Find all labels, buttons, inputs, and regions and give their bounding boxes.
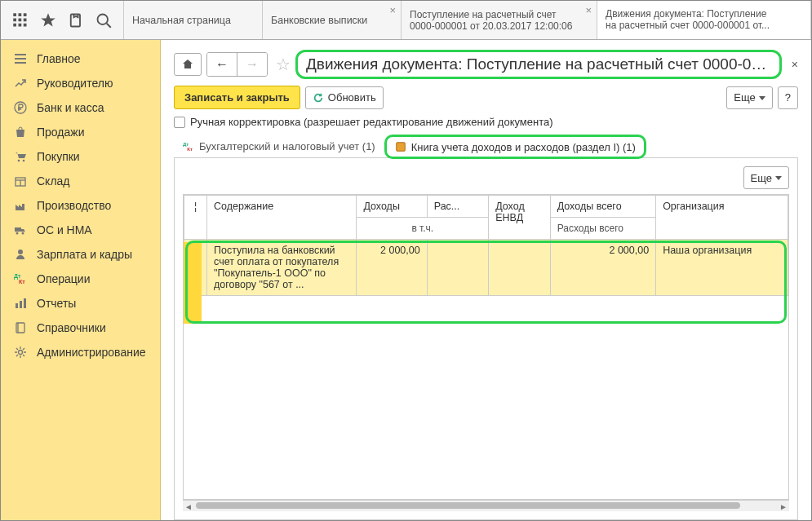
svg-rect-8: [24, 23, 27, 26]
sidebar-item-assets[interactable]: ОС и НМА: [1, 218, 160, 242]
panel-more-button[interactable]: Еще: [743, 166, 789, 189]
svg-rect-7: [19, 23, 22, 26]
cell-envd: [489, 240, 551, 296]
svg-point-23: [16, 232, 19, 235]
save-and-close-button[interactable]: Записать и закрыть: [174, 86, 300, 109]
svg-rect-22: [15, 227, 21, 232]
close-icon[interactable]: ×: [585, 4, 592, 16]
svg-marker-34: [759, 96, 765, 100]
person-icon: [14, 248, 27, 261]
subtab-accounting[interactable]: ДтКт Бухгалтерский и налоговый учет (1): [174, 135, 384, 157]
horizontal-scrollbar[interactable]: ◄ ►: [183, 500, 789, 511]
scrollbar-thumb[interactable]: [196, 502, 740, 509]
th-content[interactable]: Содержание: [207, 196, 357, 240]
help-button[interactable]: ?: [778, 86, 798, 109]
svg-rect-29: [20, 301, 22, 308]
cell-income: 2 000,00: [357, 240, 427, 296]
svg-text:Кт: Кт: [19, 279, 25, 285]
top-icon-bar: [1, 1, 124, 39]
table-row[interactable]: Поступила на банковский счет оплата от п…: [184, 240, 788, 296]
sidebar-item-sales[interactable]: Продажи: [1, 120, 160, 144]
svg-marker-38: [775, 176, 782, 180]
dtkt-icon: ДтКт: [183, 141, 194, 152]
refresh-button[interactable]: Обновить: [305, 86, 384, 109]
scroll-right-icon[interactable]: ►: [778, 501, 789, 512]
home-button[interactable]: [174, 53, 202, 76]
cell-org: Наша организация: [656, 240, 788, 296]
truck-icon: [14, 223, 27, 236]
svg-rect-5: [24, 18, 27, 21]
sidebar-item-purchases[interactable]: Покупки: [1, 144, 160, 169]
apps-icon[interactable]: [12, 12, 29, 29]
chart-up-icon: [14, 77, 27, 90]
history-icon[interactable]: [68, 12, 84, 29]
search-icon[interactable]: [95, 12, 112, 29]
th-org[interactable]: Организация: [656, 196, 788, 240]
sidebar: Главное Руководителю Банк и касса Продаж…: [1, 40, 161, 520]
sidebar-item-production[interactable]: Производство: [1, 193, 160, 218]
cart-icon: [14, 150, 27, 163]
tab-bank-statements[interactable]: Банковские выписки ×: [263, 1, 402, 39]
scroll-left-icon[interactable]: ◄: [183, 501, 194, 512]
tab-receipt[interactable]: Поступление на расчетный счет 0000-00000…: [402, 1, 597, 39]
svg-rect-1: [19, 13, 22, 16]
bag-icon: [14, 126, 27, 139]
more-button[interactable]: Еще: [726, 86, 772, 109]
close-icon[interactable]: ×: [389, 4, 396, 16]
gear-icon: [14, 346, 27, 359]
star-icon[interactable]: [40, 12, 56, 29]
close-icon[interactable]: ×: [792, 58, 798, 71]
checkbox-icon[interactable]: [174, 117, 185, 128]
cell-income-total: 2 000,00: [550, 240, 655, 296]
svg-point-25: [18, 249, 23, 254]
sidebar-item-reports[interactable]: Отчеты: [1, 291, 160, 316]
sidebar-item-salary[interactable]: Зарплата и кадры: [1, 242, 160, 267]
th-income[interactable]: Доходы: [357, 196, 427, 218]
svg-rect-2: [24, 13, 27, 16]
th-marker[interactable]: ¦: [184, 196, 207, 240]
manual-edit-row[interactable]: Ручная корректировка (разрешает редактир…: [174, 116, 798, 128]
svg-rect-6: [13, 23, 16, 26]
svg-point-33: [19, 351, 23, 355]
tab-start-page[interactable]: Начальная страница: [124, 1, 263, 39]
svg-rect-3: [13, 18, 16, 21]
sidebar-item-admin[interactable]: Администрирование: [1, 340, 160, 364]
factory-icon: [14, 199, 27, 212]
sidebar-item-main[interactable]: Главное: [1, 46, 160, 71]
th-envd[interactable]: Доход ЕНВД: [489, 196, 551, 240]
back-button[interactable]: ←: [207, 53, 237, 76]
document-title: Движения документа: Поступление на расче…: [295, 50, 782, 79]
subtabs: ДтКт Бухгалтерский и налоговый учет (1) …: [174, 135, 798, 158]
menu-icon: [14, 52, 27, 65]
sidebar-item-manager[interactable]: Руководителю: [1, 71, 160, 95]
sidebar-item-operations[interactable]: ДтКт Операции: [1, 267, 160, 291]
svg-point-24: [22, 232, 24, 235]
subtab-income-book[interactable]: Книга учета доходов и расходов (раздел I…: [384, 135, 646, 159]
th-income-total[interactable]: Доходы всего: [550, 196, 655, 218]
cell-expense: [427, 240, 489, 296]
sidebar-item-bank[interactable]: Банк и касса: [1, 95, 160, 120]
ruble-icon: [14, 101, 27, 114]
top-tabs: Начальная страница Банковские выписки × …: [1, 1, 811, 40]
sidebar-item-directories[interactable]: Справочники: [1, 316, 160, 340]
th-expense[interactable]: Рас...: [427, 196, 489, 218]
svg-rect-28: [16, 303, 18, 308]
svg-point-11: [98, 14, 109, 24]
svg-line-12: [107, 23, 111, 27]
manual-edit-label: Ручная корректировка (разрешает редактир…: [190, 116, 553, 128]
forward-button[interactable]: →: [237, 53, 267, 76]
content-area: ← → ☆ Движения документа: Поступление на…: [161, 40, 811, 520]
th-expense-total[interactable]: Расходы всего: [550, 218, 655, 240]
table: ¦ Содержание Доходы Рас... Доход ЕНВД До…: [183, 194, 789, 500]
sidebar-item-warehouse[interactable]: Склад: [1, 169, 160, 193]
cell-content: Поступила на банковский счет оплата от п…: [207, 240, 357, 296]
panel: Еще ¦ Содержание Доходы: [174, 158, 798, 520]
svg-rect-0: [13, 13, 16, 16]
svg-point-17: [18, 160, 20, 162]
book-icon: [395, 141, 406, 152]
favorite-star-icon[interactable]: ☆: [276, 55, 291, 74]
th-subtotal[interactable]: в т.ч.: [357, 218, 489, 240]
svg-text:Кт: Кт: [187, 146, 193, 152]
tab-document-movements[interactable]: Движения документа: Поступление на расче…: [597, 1, 811, 39]
row-indicator-strip: [184, 242, 202, 324]
